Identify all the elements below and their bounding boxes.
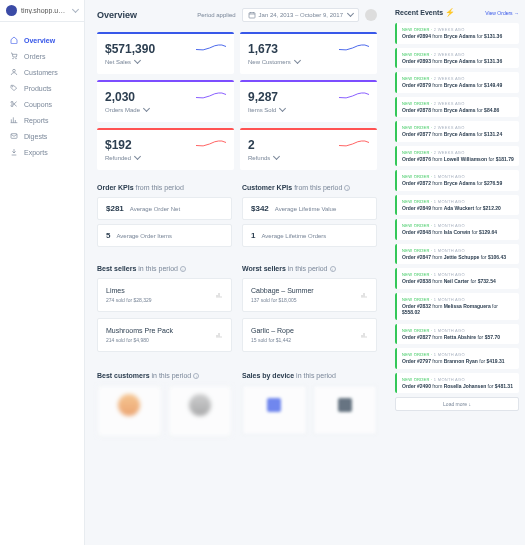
sidebar-item-products[interactable]: Products xyxy=(0,80,84,96)
home-icon xyxy=(10,36,18,44)
metric-refunded[interactable]: $192Refunded xyxy=(97,128,234,170)
sidebar-item-digests[interactable]: Digests xyxy=(0,128,84,144)
kpi-row: $281Average Order Net xyxy=(97,197,232,220)
svg-rect-7 xyxy=(249,13,255,18)
sidebar-item-reports[interactable]: Reports xyxy=(0,112,84,128)
sidebar-item-orders[interactable]: Orders xyxy=(0,48,84,64)
event-text: Order #2827 from Retta Abshire for $57.7… xyxy=(402,334,514,341)
event-text: Order #2876 from Lowell Williamson for $… xyxy=(402,156,514,163)
product-name: Mushrooms Pre Pack xyxy=(106,327,173,334)
product-stat: 214 sold for $4,980 xyxy=(106,337,173,343)
calendar-icon xyxy=(248,11,256,19)
event-text: Order #2872 from Bryce Adams for $276.59 xyxy=(402,180,514,187)
event-item[interactable]: NEW ORDER · 1 MONTH AGOOrder #2848 from … xyxy=(395,219,519,240)
chevron-down-icon xyxy=(346,11,353,19)
event-text: Order #2879 from Bryce Adams for $149.49 xyxy=(402,82,514,89)
metric-refunds[interactable]: 2Refunds xyxy=(240,128,377,170)
sparkline-icon xyxy=(339,90,369,102)
sidebar: tiny.shopp.u… OverviewOrdersCustomersPro… xyxy=(0,0,85,545)
mail-icon xyxy=(10,132,18,140)
event-item[interactable]: NEW ORDER · 1 MONTH AGOOrder #2832 from … xyxy=(395,293,519,320)
chevron-down-icon xyxy=(293,58,300,66)
product-card[interactable]: Limes274 sold for $28,329 xyxy=(97,278,232,312)
order-kpis-title: Order KPIs from this period xyxy=(97,184,232,191)
sidebar-item-label: Orders xyxy=(24,53,45,60)
product-card[interactable]: Cabbage – Summer137 sold for $18,005 xyxy=(242,278,377,312)
device-card[interactable] xyxy=(313,385,378,435)
sidebar-item-customers[interactable]: Customers xyxy=(0,64,84,80)
event-item[interactable]: NEW ORDER · 2 WEEKS AGOOrder #2877 from … xyxy=(395,121,519,142)
sidebar-item-exports[interactable]: Exports xyxy=(0,144,84,160)
sidebar-item-label: Products xyxy=(24,85,52,92)
metric-items-sold[interactable]: 9,287Items Sold xyxy=(240,80,377,122)
event-text: Order #2893 from Bryce Adams for $131.36 xyxy=(402,58,514,65)
event-tag: NEW ORDER · 1 MONTH AGO xyxy=(402,199,514,204)
info-icon[interactable]: i xyxy=(330,266,336,272)
event-item[interactable]: NEW ORDER · 2 WEEKS AGOOrder #2894 from … xyxy=(395,23,519,44)
customer-kpis-title: Customer KPIs from this periodi xyxy=(242,184,377,191)
event-tag: NEW ORDER · 1 MONTH AGO xyxy=(402,297,514,302)
metric-net-sales[interactable]: $571,390Net Sales xyxy=(97,32,234,74)
event-item[interactable]: NEW ORDER · 1 MONTH AGOOrder #2847 from … xyxy=(395,244,519,265)
kpi-label: Average Order Net xyxy=(130,206,180,212)
event-item[interactable]: NEW ORDER · 2 WEEKS AGOOrder #2878 from … xyxy=(395,97,519,118)
sparkline-icon xyxy=(339,42,369,54)
sidebar-item-label: Digests xyxy=(24,133,47,140)
product-card[interactable]: Mushrooms Pre Pack214 sold for $4,980 xyxy=(97,318,232,352)
chart-icon xyxy=(10,116,18,124)
customer-avatar-icon xyxy=(118,394,140,416)
customer-card[interactable] xyxy=(168,385,233,437)
bar-chart-icon xyxy=(215,291,223,299)
event-item[interactable]: NEW ORDER · 2 WEEKS AGOOrder #2879 from … xyxy=(395,72,519,93)
load-more-button[interactable]: Load more ↓ xyxy=(395,397,519,411)
product-name: Garlic – Rope xyxy=(251,327,294,334)
info-icon[interactable]: i xyxy=(344,185,350,191)
view-orders-link[interactable]: View Orders → xyxy=(485,10,519,16)
info-icon[interactable]: i xyxy=(193,373,199,379)
info-icon[interactable]: i xyxy=(180,266,186,272)
svg-point-1 xyxy=(16,58,17,59)
customer-avatar-icon xyxy=(189,394,211,416)
event-text: Order #2894 from Bryce Adams for $131.36 xyxy=(402,33,514,40)
kpi-value: $281 xyxy=(106,204,124,213)
events-title: Recent Events ⚡ xyxy=(395,8,455,17)
sidebar-item-label: Coupons xyxy=(24,101,52,108)
user-avatar[interactable] xyxy=(365,9,377,21)
product-stat: 137 sold for $18,005 xyxy=(251,297,314,303)
metric-label: Refunds xyxy=(248,154,369,162)
event-item[interactable]: NEW ORDER · 1 MONTH AGOOrder #2872 from … xyxy=(395,170,519,191)
event-text: Order #2832 from Melissa Romaguera for $… xyxy=(402,303,514,316)
event-item[interactable]: NEW ORDER · 1 MONTH AGOOrder #2490 from … xyxy=(395,373,519,394)
event-tag: NEW ORDER · 2 WEEKS AGO xyxy=(402,101,514,106)
chevron-down-icon xyxy=(272,154,279,162)
tag-icon xyxy=(10,84,18,92)
metrics-grid: $571,390Net Sales 1,673New Customers 2,0… xyxy=(97,32,377,170)
customer-card[interactable] xyxy=(97,385,162,437)
event-tag: NEW ORDER · 1 MONTH AGO xyxy=(402,223,514,228)
metric-new-customers[interactable]: 1,673New Customers xyxy=(240,32,377,74)
kpi-row: 5Average Order Items xyxy=(97,224,232,247)
event-item[interactable]: NEW ORDER · 1 MONTH AGOOrder #2849 from … xyxy=(395,195,519,216)
sparkline-icon xyxy=(339,138,369,150)
event-item[interactable]: NEW ORDER · 1 MONTH AGOOrder #2838 from … xyxy=(395,268,519,289)
site-switcher[interactable]: tiny.shopp.u… xyxy=(0,0,84,22)
recent-events-panel: Recent Events ⚡ View Orders → NEW ORDER … xyxy=(389,0,525,545)
event-text: Order #2849 from Ada Wuckert for $212.20 xyxy=(402,205,514,212)
sidebar-item-coupons[interactable]: Coupons xyxy=(0,96,84,112)
event-item[interactable]: NEW ORDER · 2 WEEKS AGOOrder #2893 from … xyxy=(395,48,519,69)
svg-point-2 xyxy=(13,69,16,72)
metric-orders-made[interactable]: 2,030Orders Made xyxy=(97,80,234,122)
kpi-row: 1Average Lifetime Orders xyxy=(242,224,377,247)
cut-icon xyxy=(10,100,18,108)
event-tag: NEW ORDER · 1 MONTH AGO xyxy=(402,248,514,253)
bar-chart-icon xyxy=(360,331,368,339)
device-card[interactable] xyxy=(242,385,307,435)
event-text: Order #2848 from Isla Corwin for $129.64 xyxy=(402,229,514,236)
event-item[interactable]: NEW ORDER · 1 MONTH AGOOrder #2827 from … xyxy=(395,324,519,345)
bolt-icon: ⚡ xyxy=(445,8,455,17)
product-card[interactable]: Garlic – Rope15 sold for $1,442 xyxy=(242,318,377,352)
date-range-picker[interactable]: Jan 24, 2013 – October 9, 2017 xyxy=(242,8,359,22)
sidebar-item-overview[interactable]: Overview xyxy=(0,32,84,48)
event-item[interactable]: NEW ORDER · 1 MONTH AGOOrder #2797 from … xyxy=(395,348,519,369)
event-item[interactable]: NEW ORDER · 2 WEEKS AGOOrder #2876 from … xyxy=(395,146,519,167)
